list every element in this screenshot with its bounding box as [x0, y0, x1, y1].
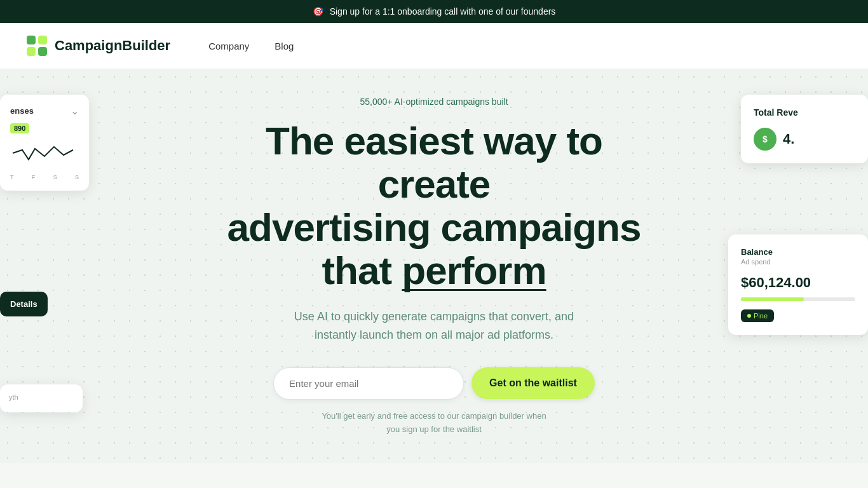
- expenses-value: 890: [10, 123, 29, 133]
- pine-label: Pine: [754, 312, 768, 320]
- balance-title: Balance: [741, 247, 855, 257]
- hero-title-line1: The easiest way to create: [266, 119, 602, 206]
- announcement-text: Sign up for a 1:1 onboarding call with o…: [330, 6, 556, 17]
- hero-title: The easiest way to create advertising ca…: [205, 119, 663, 293]
- svg-rect-3: [38, 47, 47, 56]
- revenue-icon: $: [754, 128, 776, 151]
- email-input[interactable]: [273, 367, 464, 400]
- expenses-card: enses ⌄ 890 T F S S: [0, 95, 89, 191]
- balance-progress-bar: [741, 297, 855, 301]
- expenses-menu-icon[interactable]: ⌄: [71, 105, 79, 117]
- email-form: Get on the waitlist: [205, 367, 663, 400]
- revenue-title: Total Reve: [754, 107, 855, 118]
- hero-subtitle: Use AI to quickly generate campaigns tha…: [205, 308, 663, 344]
- balance-subtitle: Ad spend: [741, 258, 855, 266]
- waitlist-button[interactable]: Get on the waitlist: [471, 367, 595, 399]
- form-note-line2: you sign up for the waitlist: [386, 424, 482, 434]
- announcement-icon: 🎯: [313, 6, 323, 17]
- svg-rect-2: [27, 47, 36, 56]
- balance-card: Balance Ad spend $60,124.00 Pine: [728, 234, 868, 335]
- pine-badge: Pine: [741, 309, 774, 322]
- navigation: CampaignBuilder Company Blog: [0, 23, 868, 69]
- balance-amount: $60,124.00: [741, 274, 855, 291]
- nav-blog-link[interactable]: Blog: [275, 41, 294, 51]
- revenue-row: $ 4.: [754, 128, 855, 151]
- hero-subtitle-line2: instantly launch them on all major ad pl…: [315, 329, 553, 341]
- hero-section: enses ⌄ 890 T F S S Details yth 55,000+ …: [0, 69, 868, 463]
- balance-progress-fill: [741, 297, 804, 301]
- logo-icon: [25, 34, 48, 57]
- logo-text: CampaignBuilder: [55, 37, 170, 54]
- growth-card: yth: [0, 384, 83, 412]
- chart-labels: T F S S: [10, 174, 79, 180]
- hero-badge: 55,000+ AI-optimized campaigns built: [205, 97, 663, 107]
- svg-rect-0: [27, 36, 36, 44]
- announcement-bar: 🎯 Sign up for a 1:1 onboarding call with…: [0, 0, 868, 23]
- expenses-title: enses: [10, 106, 34, 116]
- pine-dot-icon: [747, 314, 751, 318]
- growth-label: yth: [9, 393, 74, 401]
- chart-label-f: F: [32, 174, 36, 180]
- chart-label-t: T: [10, 174, 14, 180]
- chart-label-s2: S: [75, 174, 79, 180]
- hero-subtitle-line1: Use AI to quickly generate campaigns tha…: [294, 310, 574, 323]
- expenses-chart: [10, 137, 79, 169]
- nav-company-link[interactable]: Company: [208, 41, 249, 51]
- logo: CampaignBuilder: [25, 34, 170, 57]
- form-note-line1: You'll get early and free access to our …: [322, 411, 546, 421]
- hero-content: 55,000+ AI-optimized campaigns built The…: [193, 97, 675, 437]
- expenses-card-header: enses ⌄: [10, 105, 79, 117]
- hero-title-highlight: perform: [402, 249, 546, 292]
- revenue-amount: 4.: [783, 131, 794, 147]
- details-button[interactable]: Details: [0, 292, 48, 316]
- chart-label-s: S: [53, 174, 57, 180]
- form-note: You'll get early and free access to our …: [205, 410, 663, 437]
- revenue-card: Total Reve $ 4.: [741, 95, 868, 163]
- svg-rect-1: [38, 36, 47, 44]
